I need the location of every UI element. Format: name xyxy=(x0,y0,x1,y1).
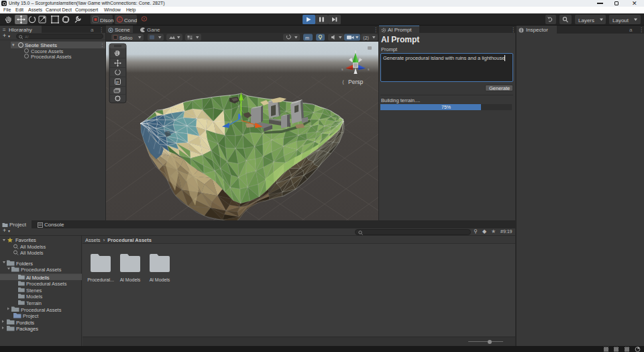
svg-text:Packages: Packages xyxy=(16,326,38,332)
svg-text:⟨2⟩: ⟨2⟩ xyxy=(363,36,370,40)
svg-text:All Modelss: All Modelss xyxy=(20,244,46,250)
svg-text:Dlson: Dlson xyxy=(100,17,113,24)
svg-text:Project: Project xyxy=(23,313,39,319)
svg-text:Layers: Layers xyxy=(578,17,594,24)
svg-text:Pordicts: Pordicts xyxy=(16,320,34,326)
svg-text:Stenes: Stenes xyxy=(26,288,42,294)
svg-text:m: m xyxy=(305,36,309,40)
svg-text:Procedural Assets: Procedural Assets xyxy=(26,281,67,287)
svg-text:Terrain: Terrain xyxy=(26,300,42,306)
svg-text:Al Modelis: Al Modelis xyxy=(26,275,50,281)
svg-text:Procedural Assets: Procedural Assets xyxy=(21,267,62,273)
svg-text:Al Models: Al Models xyxy=(150,277,170,282)
svg-text:Favorites: Favorites xyxy=(15,237,36,243)
svg-text:Folders: Folders xyxy=(16,261,33,267)
svg-text:Selioo: Selioo xyxy=(119,36,133,40)
svg-text:Procedural...: Procedural... xyxy=(87,277,114,282)
svg-text:Cond: Cond xyxy=(124,17,137,24)
svg-text:Persp: Persp xyxy=(348,79,363,85)
svg-text:All Models: All Models xyxy=(20,250,44,256)
svg-text:Al Models: Al Models xyxy=(120,277,141,282)
svg-text:P: P xyxy=(116,81,119,85)
svg-text:Models: Models xyxy=(26,294,42,300)
svg-text:Layout: Layout xyxy=(612,17,629,24)
svg-text:⟨: ⟨ xyxy=(342,79,344,85)
svg-text:Procedural Assets: Procedural Assets xyxy=(21,307,62,313)
